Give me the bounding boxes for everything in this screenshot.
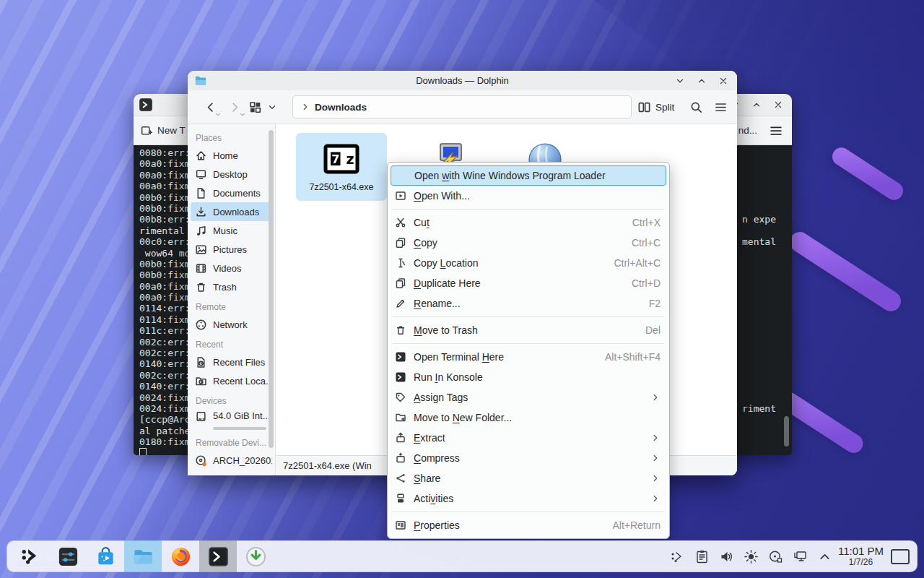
back-button[interactable] xyxy=(204,90,225,124)
sidebar-item-network[interactable]: Network xyxy=(191,315,272,334)
menu-item-duplicate-here[interactable]: Duplicate HereCtrl+D xyxy=(391,273,666,293)
maximize-button[interactable] xyxy=(751,100,762,110)
disk-usage-bar xyxy=(213,427,266,430)
back-history-chevron-icon[interactable] xyxy=(214,108,222,115)
close-button[interactable] xyxy=(718,76,728,86)
tray-chevron-up-icon[interactable] xyxy=(817,549,832,564)
context-menu: Open with Wine Windows Program LoaderOpe… xyxy=(387,162,670,539)
music-icon xyxy=(195,225,207,237)
network-icon xyxy=(195,319,207,331)
copy-icon xyxy=(395,277,406,289)
menu-separator xyxy=(392,209,665,210)
sidebar-item-trash[interactable]: Trash xyxy=(191,277,272,296)
menu-item-label: Rename... xyxy=(414,298,639,309)
sidebar-item-label: Videos xyxy=(213,263,242,274)
view-mode-chevron-icon[interactable] xyxy=(267,90,277,124)
dolphin-toolbar: Downloads Split xyxy=(188,90,737,124)
dolphin-titlebar[interactable]: Downloads — Dolphin xyxy=(188,71,737,90)
minimize-button[interactable] xyxy=(675,76,685,86)
places-section-header: Removable Devi... xyxy=(188,432,275,451)
new-tab-icon xyxy=(140,124,152,137)
system-tray xyxy=(670,549,832,564)
sidebar-item-recent-loca-[interactable]: Recent Loca... xyxy=(191,371,272,390)
firefox-taskbar-button[interactable] xyxy=(162,540,199,572)
terminal-scrollbar[interactable] xyxy=(784,416,789,447)
digital-clock[interactable]: 11:01 PM 1/7/26 xyxy=(838,545,884,567)
forward-history-chevron-icon[interactable] xyxy=(239,108,246,115)
menu-item-open-terminal-here[interactable]: Open Terminal HereAlt+Shift+F4 xyxy=(391,347,666,367)
menu-item-open-with-wine-windows-program-loader[interactable]: Open with Wine Windows Program Loader xyxy=(391,165,666,186)
sidebar-item-home[interactable]: Home xyxy=(191,146,272,165)
sidebar-item-label: Music xyxy=(213,225,237,236)
dolphin-app-icon xyxy=(132,545,154,568)
menu-item-move-to-new-folder[interactable]: Move to New Folder... xyxy=(391,407,666,428)
tray-brightness-icon[interactable] xyxy=(744,549,759,564)
sidebar-item-label: Home xyxy=(213,150,238,161)
close-button[interactable] xyxy=(773,100,783,110)
menu-item-label: Move to Trash xyxy=(414,324,635,336)
view-mode-button[interactable] xyxy=(248,90,262,124)
forward-button[interactable] xyxy=(228,90,249,124)
sidebar-item-54-0-gib-int-[interactable]: 54.0 GiB Int... xyxy=(191,409,272,432)
menu-item-label: Assign Tags xyxy=(414,392,640,403)
menu-item-activities[interactable]: Activities xyxy=(391,488,666,509)
tray-volume-icon[interactable] xyxy=(719,549,734,564)
show-desktop-button[interactable] xyxy=(891,549,910,564)
menu-item-compress[interactable]: Compress xyxy=(391,448,666,468)
places-panel: PlacesHomeDesktopDocumentsDownloadsMusic… xyxy=(188,124,276,475)
sidebar-item-videos[interactable]: Videos xyxy=(191,259,272,277)
sidebar-item-desktop[interactable]: Desktop xyxy=(191,165,272,184)
terminal-line-fragment: n expe xyxy=(742,214,776,225)
new-tab-button[interactable]: New T xyxy=(134,116,190,144)
search-button[interactable] xyxy=(689,90,703,124)
menu-item-run-in-konsole[interactable]: Run In Konsole xyxy=(391,367,666,387)
downloader-taskbar-button[interactable] xyxy=(237,540,274,572)
maximize-button[interactable] xyxy=(697,76,707,86)
tray-clipboard-icon[interactable] xyxy=(694,549,710,564)
tray-dots-arrow-icon[interactable] xyxy=(670,549,685,564)
hamburger-menu-button[interactable] xyxy=(714,90,728,124)
breadcrumb-folder[interactable]: Downloads xyxy=(315,102,367,113)
menu-item-open-with[interactable]: Open With... xyxy=(391,186,666,206)
system-settings-taskbar-button[interactable] xyxy=(49,540,87,572)
menu-separator xyxy=(392,343,665,344)
konsole-taskbar-button[interactable] xyxy=(199,540,237,572)
menu-item-assign-tags[interactable]: Assign Tags xyxy=(391,387,666,407)
menu-item-label: Copy xyxy=(414,237,622,249)
places-section-header: Recent xyxy=(188,334,275,353)
home-icon xyxy=(195,150,207,162)
sidebar-item-music[interactable]: Music xyxy=(191,221,272,240)
menu-item-copy[interactable]: CopyCtrl+C xyxy=(391,233,666,253)
share-icon xyxy=(395,473,406,484)
sidebar-item-downloads[interactable]: Downloads xyxy=(191,202,272,221)
konsole-tab-title[interactable]: nd... xyxy=(738,125,757,136)
menu-shortcut: Ctrl+Alt+C xyxy=(614,257,661,269)
location-breadcrumb[interactable]: Downloads xyxy=(292,95,632,118)
menu-item-extract[interactable]: Extract xyxy=(391,428,666,448)
file-item[interactable]: 7z7z2501-x64.exe xyxy=(296,133,387,201)
sidebar-item-label: Documents xyxy=(213,188,261,199)
menu-item-label: Open Terminal Here xyxy=(414,351,595,363)
menu-item-share[interactable]: Share xyxy=(391,468,666,488)
sidebar-item-recent-files[interactable]: Recent Files xyxy=(191,353,272,371)
tray-network-wired-icon[interactable] xyxy=(793,549,808,564)
sidebar-item-documents[interactable]: Documents xyxy=(191,184,272,202)
menu-item-cut[interactable]: CutCtrl+X xyxy=(391,212,666,233)
dolphin-taskbar-button[interactable] xyxy=(124,540,162,572)
menu-item-copy-location[interactable]: Copy LocationCtrl+Alt+C xyxy=(391,253,666,273)
tray-disc-tray-icon[interactable] xyxy=(768,549,783,564)
sidebar-item-arch-202601[interactable]: ARCH_202601 xyxy=(191,451,272,470)
sidebar-item-pictures[interactable]: Pictures xyxy=(191,240,272,259)
hamburger-menu-icon[interactable] xyxy=(769,124,783,138)
menu-item-move-to-trash[interactable]: Move to TrashDel xyxy=(391,320,666,340)
breadcrumb-chevron-icon xyxy=(300,102,310,112)
app-launcher-taskbar-button[interactable] xyxy=(12,540,49,572)
split-button[interactable]: Split xyxy=(637,90,674,124)
discover-taskbar-button[interactable] xyxy=(87,540,124,572)
places-scrollbar[interactable] xyxy=(269,130,274,448)
menu-item-rename[interactable]: Rename...F2 xyxy=(391,293,666,314)
sidebar-item-label: Trash xyxy=(213,282,237,293)
menu-shortcut: Alt+Return xyxy=(612,519,661,531)
status-text: 7z2501-x64.exe (Win xyxy=(283,460,372,471)
menu-item-properties[interactable]: PropertiesAlt+Return xyxy=(391,515,666,535)
